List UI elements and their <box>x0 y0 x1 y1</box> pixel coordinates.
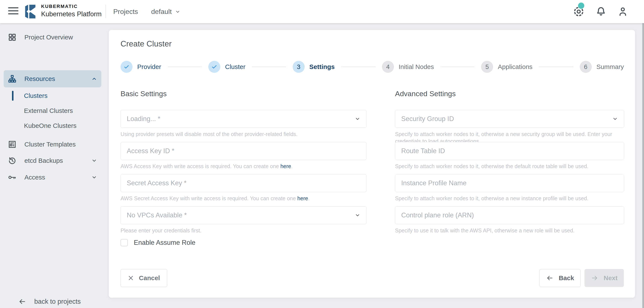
status-badge <box>578 3 584 9</box>
check-icon <box>211 64 218 70</box>
secret-access-key-input[interactable] <box>127 179 360 187</box>
sidebar-item-external-clusters[interactable]: External Clusters <box>24 107 73 114</box>
kubermatic-logo-icon <box>24 5 37 19</box>
here-link[interactable]: here <box>280 163 291 169</box>
sidebar-item-label: etcd Backups <box>24 157 63 164</box>
route-table-input[interactable] <box>401 147 618 155</box>
wizard-stepper: Provider Cluster 3 Settings 4 Initial No… <box>120 61 624 73</box>
hint-text: . <box>308 195 310 201</box>
page-scrollbar[interactable] <box>642 23 644 308</box>
enable-assume-role-row[interactable]: Enable Assume Role <box>120 239 366 246</box>
step-applications[interactable]: 5 Applications <box>481 61 532 73</box>
template-icon <box>8 140 16 149</box>
sidebar-item-project-overview[interactable]: Project Overview <box>0 32 109 43</box>
access-key-hint: AWS Access Key with write access is requ… <box>120 163 366 170</box>
advanced-settings-heading: Advanced Settings <box>395 90 624 98</box>
next-button[interactable]: Next <box>584 269 624 287</box>
basic-settings-heading: Basic Settings <box>120 90 366 98</box>
route-table-field-group: Specify to attach worker nodes to it, ot… <box>395 142 624 174</box>
step-summary[interactable]: 6 Summary <box>580 61 624 73</box>
hint-text: AWS Secret Access Key with write access … <box>120 195 298 201</box>
brand-line2: Kubernetes Platform <box>41 11 102 17</box>
brand-line1: KUBERMATIC <box>41 4 102 9</box>
sidebar-item-access[interactable]: Access <box>0 172 109 183</box>
sidebar-item-kubeone-clusters[interactable]: KubeOne Clusters <box>24 122 76 129</box>
control-plane-role-input[interactable] <box>401 211 618 219</box>
history-icon <box>8 156 16 165</box>
step-label: Cluster <box>225 63 245 71</box>
step-label: Summary <box>596 63 624 71</box>
step-connector <box>539 67 573 67</box>
menu-icon[interactable] <box>8 7 18 16</box>
sidebar: Project Overview Resources Clusters Exte… <box>0 23 109 308</box>
advanced-settings-section: Advanced Settings Security Group ID Spec… <box>395 90 624 246</box>
arrow-left-icon <box>18 298 26 305</box>
next-label: Next <box>604 274 618 282</box>
step-label: Initial Nodes <box>399 63 434 71</box>
security-group-select[interactable]: Security Group ID <box>395 110 624 128</box>
page-title: Create Cluster <box>120 40 624 48</box>
secret-key-field-group: AWS Secret Access Key with write access … <box>120 174 366 206</box>
control-plane-role-field-group: Specify to use it to talk with the AWS A… <box>395 206 624 238</box>
step-done-circle <box>208 61 220 73</box>
back-to-projects-link[interactable]: back to projects <box>18 298 81 305</box>
notifications-bell-icon[interactable] <box>596 6 606 17</box>
step-number: 5 <box>481 61 493 73</box>
step-connector <box>341 67 376 67</box>
secret-key-hint: AWS Secret Access Key with write access … <box>120 195 366 202</box>
here-link[interactable]: here <box>298 195 308 201</box>
wizard-footer: Cancel Back Next <box>120 269 624 287</box>
access-key-input[interactable] <box>127 147 360 155</box>
access-key-input-wrap <box>120 142 366 160</box>
chevron-down-icon <box>355 212 360 218</box>
step-settings[interactable]: 3 Settings <box>293 61 335 73</box>
chevron-down-icon <box>92 158 97 163</box>
preset-placeholder: Loading... * <box>127 115 160 123</box>
hint-text: . <box>291 163 293 169</box>
vpc-placeholder: No VPCs Available * <box>127 211 187 219</box>
cancel-label: Cancel <box>139 274 160 282</box>
step-label: Settings <box>309 63 335 71</box>
active-item-bar <box>12 91 14 101</box>
preset-hint: Using provider presets will disable most… <box>120 131 366 138</box>
sidebar-item-label: Access <box>24 174 45 181</box>
cancel-button[interactable]: Cancel <box>120 269 167 287</box>
back-to-projects-label: back to projects <box>34 298 81 305</box>
route-table-input-wrap <box>395 142 624 160</box>
chevron-down-icon <box>355 116 360 122</box>
vpc-select[interactable]: No VPCs Available * <box>120 206 366 224</box>
key-icon <box>8 173 16 182</box>
step-connector <box>440 67 475 67</box>
route-table-hint: Specify to attach worker nodes to it, ot… <box>395 163 624 170</box>
user-account-icon[interactable] <box>618 6 628 17</box>
sidebar-item-cluster-templates[interactable]: Cluster Templates <box>0 139 109 150</box>
enable-assume-role-checkbox[interactable] <box>120 239 128 246</box>
step-provider[interactable]: Provider <box>120 61 161 73</box>
sidebar-item-resources[interactable]: Resources <box>0 70 109 87</box>
step-cluster[interactable]: Cluster <box>208 61 245 73</box>
back-button[interactable]: Back <box>539 269 581 287</box>
arrow-right-icon <box>591 274 598 281</box>
provider-preset-select[interactable]: Loading... * <box>120 110 366 128</box>
check-icon <box>123 64 130 70</box>
create-cluster-card: Create Cluster Provider Cluster 3 Settin… <box>109 30 635 298</box>
sidebar-item-clusters[interactable]: Clusters <box>24 92 48 99</box>
project-selector-value: default <box>151 8 172 16</box>
vpc-hint: Please enter your credentials first. <box>120 227 366 234</box>
instance-profile-input[interactable] <box>401 179 618 187</box>
security-group-placeholder: Security Group ID <box>401 115 454 123</box>
step-number: 6 <box>580 61 592 73</box>
projects-breadcrumb[interactable]: Projects <box>113 8 138 16</box>
enable-assume-role-label: Enable Assume Role <box>134 239 196 246</box>
project-selector[interactable]: default <box>151 8 180 16</box>
step-number: 3 <box>293 61 305 73</box>
instance-profile-hint: Specify to attach worker nodes to it, ot… <box>395 195 624 202</box>
control-plane-role-input-wrap <box>395 206 624 224</box>
instance-profile-input-wrap <box>395 174 624 192</box>
step-initial-nodes[interactable]: 4 Initial Nodes <box>382 61 434 73</box>
step-label: Provider <box>137 63 161 71</box>
back-label: Back <box>559 274 574 282</box>
sidebar-item-etcd-backups[interactable]: etcd Backups <box>0 155 109 166</box>
control-plane-role-hint: Specify to use it to talk with the AWS A… <box>395 227 624 234</box>
preset-field-group: Loading... * Using provider presets will… <box>120 110 366 142</box>
